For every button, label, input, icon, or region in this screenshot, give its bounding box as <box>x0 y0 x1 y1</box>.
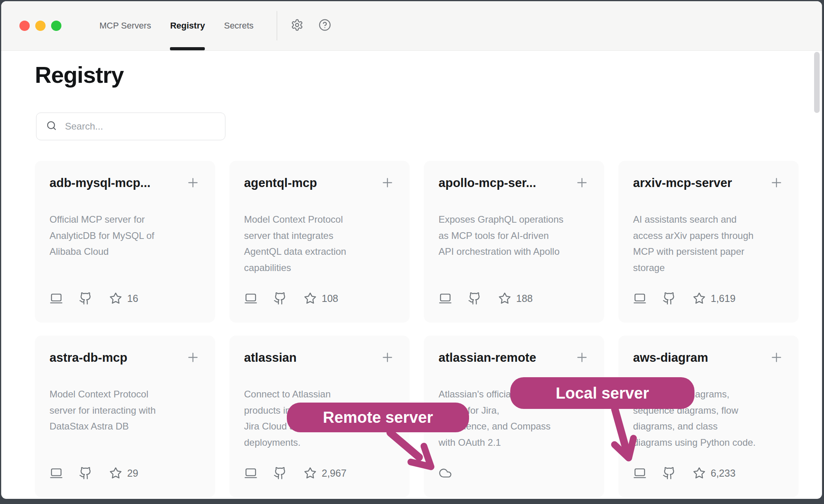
traffic-lights <box>19 21 61 31</box>
plus-icon <box>186 350 200 366</box>
laptop-icon <box>244 466 258 480</box>
server-name: atlassian-remote <box>439 350 536 366</box>
server-description: AI assistants search and access arXiv pa… <box>633 212 784 276</box>
server-name: atlassian <box>244 350 297 366</box>
star-icon <box>498 292 511 305</box>
plus-icon <box>769 176 784 191</box>
server-card[interactable]: arxiv-mcp-server AI assistants search an… <box>618 161 799 323</box>
help-button[interactable] <box>319 19 331 32</box>
laptop-icon <box>50 292 63 305</box>
tab-registry[interactable]: Registry <box>170 1 205 50</box>
add-server-button[interactable] <box>380 351 395 366</box>
laptop-icon <box>50 466 63 480</box>
titlebar-divider <box>277 11 277 40</box>
search-box <box>36 113 225 140</box>
star-icon <box>109 466 122 480</box>
help-icon <box>319 19 331 33</box>
add-server-button[interactable] <box>380 176 395 191</box>
server-description: Official MCP server for AnalyticDB for M… <box>50 212 200 260</box>
settings-button[interactable] <box>291 19 303 32</box>
star-count: 29 <box>127 468 138 479</box>
plus-icon <box>186 176 200 191</box>
star-count: 1,619 <box>711 293 736 304</box>
server-name: adb-mysql-mcp... <box>50 175 151 191</box>
server-name: aws-diagram <box>633 350 708 366</box>
add-server-button[interactable] <box>574 351 589 366</box>
server-card[interactable]: aws-diagram Create AWS diagrams, sequenc… <box>618 336 799 497</box>
zoom-button[interactable] <box>51 21 61 31</box>
star-count: 6,233 <box>711 468 736 479</box>
star-count: 16 <box>127 293 138 304</box>
star-count: 108 <box>322 293 338 304</box>
server-name: astra-db-mcp <box>50 350 127 366</box>
server-card[interactable]: adb-mysql-mcp... Official MCP server for… <box>35 161 215 323</box>
search-icon <box>46 120 57 133</box>
minimize-button[interactable] <box>35 21 46 31</box>
tab-mcp-servers[interactable]: MCP Servers <box>99 1 151 50</box>
server-name: agentql-mcp <box>244 175 317 191</box>
laptop-icon <box>633 466 647 480</box>
server-description: Model Context Protocol server that integ… <box>244 212 395 276</box>
search-input[interactable] <box>64 120 225 132</box>
local-server-callout: Local server <box>510 377 694 409</box>
add-server-button[interactable] <box>185 351 200 366</box>
server-description: Model Context Protocol server for intera… <box>50 386 200 435</box>
server-card[interactable]: agentql-mcp Model Context Protocol serve… <box>229 161 410 323</box>
add-server-button[interactable] <box>574 176 589 191</box>
star-icon <box>692 466 706 480</box>
plus-icon <box>575 176 589 191</box>
gear-icon <box>291 19 303 33</box>
server-card[interactable]: apollo-mcp-ser... Exposes GraphQL operat… <box>424 161 604 323</box>
plus-icon <box>769 350 784 366</box>
github-icon <box>79 292 92 305</box>
laptop-icon <box>244 292 258 305</box>
titlebar: MCP Servers Registry Secrets <box>1 1 822 51</box>
star-icon <box>692 292 706 305</box>
laptop-icon <box>439 292 452 305</box>
plus-icon <box>380 350 395 366</box>
add-server-button[interactable] <box>769 351 784 366</box>
server-card[interactable]: astra-db-mcp Model Context Protocol serv… <box>35 336 215 497</box>
star-count: 188 <box>516 293 533 304</box>
server-name: apollo-mcp-ser... <box>439 175 536 191</box>
titlebar-actions <box>291 19 331 32</box>
github-icon <box>273 292 287 305</box>
tab-secrets[interactable]: Secrets <box>224 1 254 50</box>
page-title: Registry <box>35 61 124 88</box>
server-description: Exposes GraphQL operations as MCP tools … <box>439 212 589 260</box>
plus-icon <box>575 350 589 366</box>
star-count: 2,967 <box>322 468 347 479</box>
github-icon <box>273 466 287 480</box>
server-name: arxiv-mcp-server <box>633 175 732 191</box>
laptop-icon <box>633 292 647 305</box>
vertical-scrollbar[interactable] <box>814 52 820 113</box>
github-icon <box>79 466 92 480</box>
github-icon <box>468 292 481 305</box>
add-server-button[interactable] <box>769 176 784 191</box>
github-icon <box>662 466 676 480</box>
star-icon <box>303 466 317 480</box>
remote-server-callout: Remote server <box>287 403 469 432</box>
close-button[interactable] <box>19 21 30 31</box>
add-server-button[interactable] <box>185 176 200 191</box>
cloud-icon <box>439 466 452 480</box>
github-icon <box>662 292 676 305</box>
server-card-grid: adb-mysql-mcp... Official MCP server for… <box>35 161 799 497</box>
star-icon <box>109 292 122 305</box>
star-icon <box>303 292 317 305</box>
tab-bar: MCP Servers Registry Secrets <box>99 1 254 50</box>
plus-icon <box>380 176 395 191</box>
